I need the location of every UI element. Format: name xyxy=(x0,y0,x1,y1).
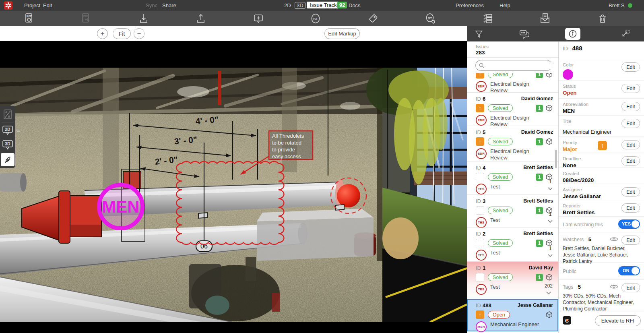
issue-expand[interactable]: 1 xyxy=(548,211,553,224)
detail-reporter-row: Reporter Brett Settles Edit xyxy=(559,200,644,217)
filter-button[interactable] xyxy=(473,28,485,39)
issue-title: Mechanical Engineer xyxy=(490,321,539,328)
tags-eye-icon[interactable] xyxy=(610,284,618,290)
zoom-in-button[interactable]: + xyxy=(97,28,108,39)
tool-3d-button[interactable]: 3D xyxy=(1,139,14,151)
issue-row[interactable]: ↑ Solved 1 EDR Electircal Design Review xyxy=(467,73,558,93)
detail-elevate-row: C Elevate to RFI xyxy=(559,312,644,329)
chevron-down-icon xyxy=(548,220,553,223)
menu-project[interactable]: Project xyxy=(24,2,40,8)
edit-abbreviation-button[interactable]: Edit xyxy=(621,102,640,111)
issue-title: Electircal Design Review xyxy=(490,115,543,128)
zoom-out-button[interactable]: − xyxy=(134,28,144,39)
detail-watchers-row: Watchers 5 Edit Brett Settles, Daniel Bu… xyxy=(559,232,644,263)
filter-icon xyxy=(473,29,484,39)
issue-priority-badge: ↑ xyxy=(476,73,484,79)
search-icon xyxy=(479,62,485,68)
edit-title-button[interactable]: Edit xyxy=(621,119,640,128)
watchers-names: Brett Settles, Daniel Buckner, Jesse Gal… xyxy=(563,246,640,265)
issue-status-pill: Solved xyxy=(488,73,513,78)
issue-sheet-badge: 1 xyxy=(536,105,543,112)
import-button[interactable] xyxy=(137,12,150,25)
issue-row[interactable]: ID5 David Gomez ↑ Solved 1 EDR Electirca… xyxy=(467,126,558,161)
issues-search-box[interactable] xyxy=(475,60,552,71)
detail-deadline-row: Deadline None Edit xyxy=(559,153,644,168)
watching-toggle[interactable]: YES xyxy=(618,219,640,229)
tools-drag-handle[interactable] xyxy=(17,129,20,133)
stamp-settings-button[interactable]: ST xyxy=(424,12,437,25)
issue-id-value: 6 xyxy=(483,96,485,102)
issue-id-value: 2 xyxy=(483,231,485,237)
issue-row[interactable]: ID2 Brett Settles Solved 1 TES Test 1 xyxy=(467,228,558,262)
comments-button[interactable] xyxy=(518,28,530,39)
issue-details-panel: ID 488 Color Edit Status Open Edit Abbre… xyxy=(558,41,644,333)
issue-id-value: 4 xyxy=(483,165,485,171)
fit-button[interactable]: Fit xyxy=(113,28,131,39)
add-markup-button[interactable] xyxy=(252,12,265,25)
issue-sheet-badge: 1 xyxy=(536,240,543,247)
issues-panel: Issues 283 ↑ Solved 1 EDR Electircal Des… xyxy=(467,41,558,333)
issue-title: Test xyxy=(490,284,500,290)
issue-row[interactable]: ID3 Brett Settles Solved 1 TES Test 1 xyxy=(467,195,558,228)
menu-edit[interactable]: Edit xyxy=(43,2,52,8)
tag-button[interactable] xyxy=(367,12,380,25)
watchers-eye-icon[interactable] xyxy=(610,236,618,242)
elevate-to-rfi-button[interactable]: Elevate to RFI xyxy=(595,315,641,326)
edit-priority-button[interactable]: Edit xyxy=(621,140,640,149)
issue-priority-badge xyxy=(476,173,484,181)
detail-color-row: Color Edit xyxy=(559,59,644,81)
tags-count: 5 xyxy=(578,284,581,290)
user-name[interactable]: Brett S xyxy=(609,2,625,8)
edit-tags-button[interactable]: Edit xyxy=(621,283,640,292)
scene-canvas[interactable]: 4' - 0" 3' - 0" 2' - 0" 06 All Thredolet… xyxy=(0,41,467,333)
issue-row[interactable]: ID6 David Gomez ↑ Solved 1 EDR Electirca… xyxy=(467,93,558,126)
edit-deadline-button[interactable]: Edit xyxy=(621,156,640,165)
tab-3d[interactable]: 3D xyxy=(295,2,305,9)
issue-id-label: ID xyxy=(476,165,481,171)
issue-expand[interactable]: 1 xyxy=(548,179,553,192)
menu-preferences[interactable]: Preferences xyxy=(456,2,484,8)
edit-markup-button[interactable]: Edit Markup xyxy=(324,28,360,39)
menu-help[interactable]: Help xyxy=(500,2,510,8)
menu-bar: Project Edit Sync Share 2D 3D Issue Trac… xyxy=(0,0,644,11)
svg-text:to be rotated: to be rotated xyxy=(272,140,301,146)
expand-panel-button[interactable] xyxy=(619,28,631,39)
menu-share[interactable]: Share xyxy=(162,2,176,8)
issue-reporter: Jesse Gallanar xyxy=(518,302,553,308)
mail-report-button[interactable] xyxy=(539,12,551,25)
export-button[interactable] xyxy=(194,12,207,25)
delete-button[interactable] xyxy=(596,12,609,25)
issues-scrollbar[interactable] xyxy=(555,150,557,168)
tab-2d[interactable]: 2D xyxy=(284,2,291,8)
issue-row-clipped[interactable]: ↑ Solved 1 EDR Electircal Design Review xyxy=(467,73,558,93)
tags-values: 30% CDs, 50% CDs, Mech Contractor, Mecha… xyxy=(563,293,640,312)
men-stamp[interactable]: MEN xyxy=(99,185,142,228)
checklist-button[interactable] xyxy=(481,12,494,25)
edit-color-button[interactable]: Edit xyxy=(621,62,640,72)
issue-comment-count: 1 xyxy=(548,211,553,217)
info-tab-button[interactable] xyxy=(565,28,580,40)
edit-status-button[interactable]: Edit xyxy=(621,84,640,93)
issue-expand[interactable]: 1 xyxy=(548,246,553,259)
issue-sheet-badge: 1 xyxy=(536,207,543,214)
markup-pen-tool[interactable] xyxy=(1,153,14,166)
edit-reporter-button[interactable]: Edit xyxy=(621,203,640,213)
edit-watchers-button[interactable]: Edit xyxy=(621,236,640,245)
viewport-topbar: + Fit − Edit Markup xyxy=(0,26,467,41)
stamp-button[interactable]: ST xyxy=(309,12,322,25)
bcf-sync-button[interactable]: BCF xyxy=(23,12,35,25)
tool-2d-button[interactable]: 2D xyxy=(1,124,14,137)
compare-ab-button[interactable]: AB xyxy=(1,108,14,120)
issue-abbr-badge: TES xyxy=(476,217,487,228)
issue-row[interactable]: ID4 Brett Settles Solved 1 TES Test 1 xyxy=(467,161,558,195)
public-toggle[interactable]: ON xyxy=(618,266,640,275)
issue-expand[interactable]: 202 xyxy=(545,283,553,296)
issue-id-value: 488 xyxy=(483,302,491,308)
issues-title: Issues xyxy=(476,44,489,49)
search-input[interactable] xyxy=(487,62,552,69)
issue-row[interactable]: ID1 David Ray Solved 1 TES Test 202 xyxy=(467,262,558,299)
issue-row[interactable]: ID488 Jesse Gallanar ↑ Open MEN Mechanic… xyxy=(467,299,558,331)
edit-assignee-button[interactable]: Edit xyxy=(621,187,640,196)
detail-id-value: 488 xyxy=(572,45,582,52)
tab-docs[interactable]: Docs xyxy=(349,2,361,8)
